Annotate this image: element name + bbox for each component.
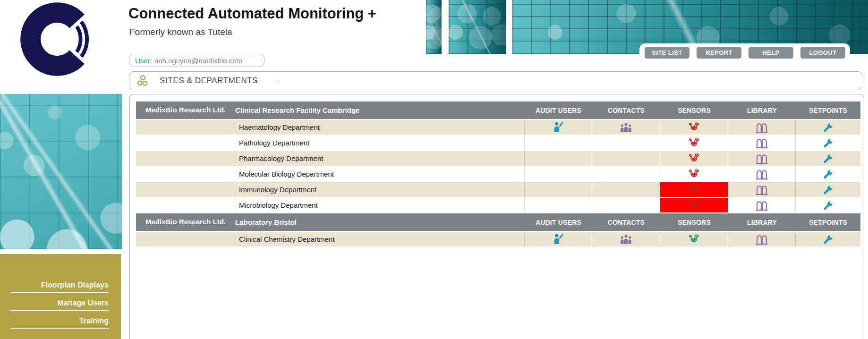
- department-row: Clinical Chemistry Department: [136, 232, 860, 247]
- library-cell[interactable]: [728, 120, 796, 136]
- column-header-setpoints: SETPOINTS: [796, 213, 860, 232]
- company-name: MedixBio Research Ltd.: [136, 213, 235, 232]
- audit-users-cell[interactable]: [525, 232, 592, 247]
- banner-art-segment: [426, 0, 442, 54]
- contacts-cell: [592, 151, 660, 167]
- audit-users-cell: [525, 167, 592, 182]
- audit-users-cell: [525, 151, 592, 167]
- column-header-sensors: SENSORS: [660, 102, 728, 120]
- library-cell[interactable]: [728, 151, 796, 167]
- user-email: anh.nguyen@medixbio.com: [154, 57, 242, 65]
- sensors-cell[interactable]: [660, 167, 728, 182]
- contacts-cell: [592, 182, 660, 198]
- page-subtitle: Formerly known as Tutela: [129, 27, 232, 37]
- logout-button[interactable]: LOGOUT: [800, 47, 845, 59]
- department-row: Molecular Biology Department: [136, 167, 860, 182]
- setpoints-icon[interactable]: [823, 200, 834, 211]
- sensors-cell[interactable]: [660, 182, 728, 198]
- setpoints-icon[interactable]: [823, 122, 834, 133]
- department-row: Pathology Department: [136, 136, 860, 151]
- department-name: Molecular Biology Department: [235, 167, 525, 182]
- setpoints-icon[interactable]: [823, 137, 834, 148]
- setpoints-cell[interactable]: [796, 151, 860, 167]
- contacts-cell: [592, 136, 660, 151]
- company-cell: [136, 136, 235, 151]
- library-icon[interactable]: [755, 169, 769, 180]
- audit-users-cell[interactable]: [525, 120, 592, 136]
- column-header-audit-users: AUDIT USERS: [525, 213, 592, 232]
- library-cell[interactable]: [728, 198, 796, 213]
- sensors-cell[interactable]: [660, 136, 728, 151]
- column-header-setpoints: SETPOINTS: [796, 102, 860, 120]
- library-icon[interactable]: [755, 234, 769, 245]
- library-icon[interactable]: [755, 137, 769, 149]
- content-panel: MedixBio Research Ltd.Clinical Research …: [129, 94, 864, 339]
- sidebar-link-manage-users[interactable]: Manage Users: [10, 299, 109, 311]
- setpoints-icon[interactable]: [823, 153, 834, 164]
- site-name: Clinical Research Facility Cambridge: [235, 102, 525, 120]
- banner-art-segment: [449, 0, 506, 54]
- app-logo: [20, 2, 94, 76]
- sensors-icon[interactable]: [688, 153, 700, 163]
- library-cell[interactable]: [728, 232, 796, 247]
- sensors-cell[interactable]: [660, 151, 728, 167]
- library-cell[interactable]: [728, 167, 796, 182]
- sites-table: MedixBio Research Ltd.Clinical Research …: [136, 102, 860, 247]
- audit-users-icon[interactable]: [553, 121, 564, 133]
- setpoints-cell[interactable]: [796, 136, 860, 151]
- setpoints-icon[interactable]: [823, 234, 834, 245]
- setpoints-cell[interactable]: [796, 167, 860, 182]
- setpoints-icon[interactable]: [823, 169, 834, 179]
- department-name: Pathology Department: [235, 136, 525, 151]
- department-name: Immunology Department: [235, 182, 525, 198]
- library-icon[interactable]: [755, 153, 769, 164]
- library-icon[interactable]: [755, 122, 769, 133]
- collapse-toggle[interactable]: -: [277, 76, 280, 85]
- report-button[interactable]: REPORT: [697, 47, 741, 59]
- department-row: Pharmacology Department: [136, 151, 860, 167]
- sensors-icon[interactable]: [688, 200, 700, 210]
- sensors-cell[interactable]: [660, 198, 728, 213]
- column-header-contacts: CONTACTS: [592, 102, 660, 120]
- sidebar-link-training[interactable]: Training: [10, 317, 109, 329]
- help-button[interactable]: HELP: [749, 47, 793, 59]
- library-icon[interactable]: [755, 200, 769, 211]
- column-header-sensors: SENSORS: [660, 213, 728, 232]
- company-name: MedixBio Research Ltd.: [136, 102, 235, 120]
- company-cell: [136, 167, 235, 182]
- site-name: Laboratory Bristol: [235, 213, 525, 232]
- sensors-icon[interactable]: [688, 138, 700, 148]
- nav-buttons: SITE LIST REPORT HELP LOGOUT: [645, 47, 845, 59]
- sidebar-menu: Floorplan Displays Manage Users Training: [0, 254, 121, 339]
- contacts-cell[interactable]: [592, 120, 660, 136]
- department-name: Microbiology Department: [235, 198, 525, 213]
- library-icon[interactable]: [755, 184, 769, 195]
- audit-users-cell: [525, 182, 592, 198]
- page-title: Connected Automated Monitoring +: [128, 5, 376, 22]
- company-cell: [136, 198, 235, 213]
- sites-departments-bar: SITES & DEPARTMENTS -: [129, 71, 862, 90]
- department-row: Immunology Department: [136, 182, 860, 198]
- setpoints-cell[interactable]: [796, 198, 860, 213]
- sensors-icon[interactable]: [688, 122, 700, 132]
- sensors-icon[interactable]: [688, 185, 700, 195]
- library-cell[interactable]: [728, 182, 796, 198]
- setpoints-cell[interactable]: [796, 120, 860, 136]
- setpoints-cell[interactable]: [796, 232, 860, 247]
- setpoints-cell[interactable]: [796, 182, 860, 198]
- audit-users-icon[interactable]: [553, 233, 564, 245]
- sensors-cell[interactable]: [660, 120, 728, 136]
- sensors-icon[interactable]: [688, 234, 700, 244]
- site-list-button[interactable]: SITE LIST: [645, 47, 689, 59]
- department-name: Clinical Chemistry Department: [235, 232, 525, 247]
- contacts-icon[interactable]: [620, 122, 632, 132]
- sensors-cell[interactable]: [660, 232, 728, 247]
- user-box: User: anh.nguyen@medixbio.com: [129, 54, 264, 67]
- sensors-icon[interactable]: [688, 169, 700, 179]
- sidebar-link-floorplan-displays[interactable]: Floorplan Displays: [10, 281, 109, 293]
- contacts-icon[interactable]: [620, 234, 632, 244]
- contacts-cell[interactable]: [592, 232, 660, 247]
- library-cell[interactable]: [728, 136, 796, 151]
- department-row: Microbiology Department: [136, 198, 860, 213]
- setpoints-icon[interactable]: [823, 184, 834, 195]
